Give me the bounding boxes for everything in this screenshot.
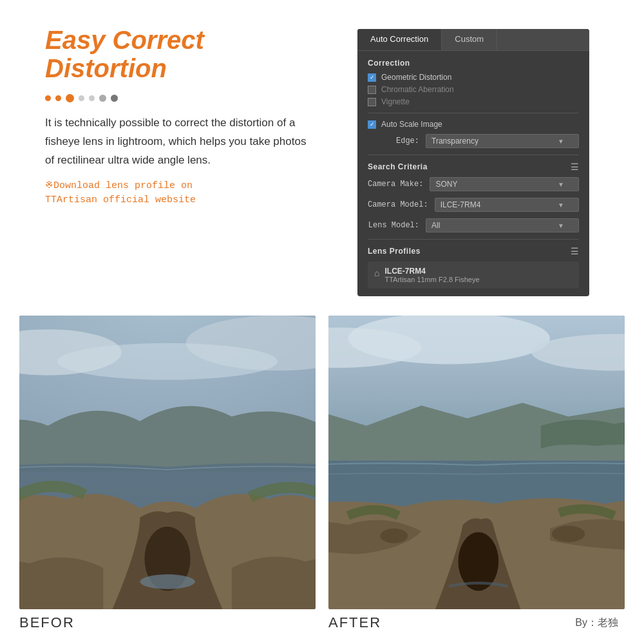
edge-arrow: ▼: [558, 138, 564, 145]
chromatic-checkbox[interactable]: [368, 86, 376, 94]
correction-section-title: Correction: [368, 59, 579, 68]
camera-model-row: Camera Model: ILCE-7RM4 ▼: [368, 198, 579, 212]
lens-model-value: All: [431, 221, 440, 230]
right-panel: Auto Correction Custom Correction Geomet…: [335, 26, 612, 296]
left-panel: Easy Correct Distortion It is technicall…: [45, 26, 316, 296]
camera-make-label: Camera Make:: [368, 180, 423, 189]
lens-profiles-panel: ⌂ ILCE-7RM4 TTArtisan 11mm F2.8 Fisheye: [368, 261, 579, 289]
before-landscape-svg: [19, 316, 316, 609]
auto-scale-row: Auto Scale Image: [368, 120, 579, 129]
lr-tabs: Auto Correction Custom: [357, 29, 589, 51]
before-photo: [19, 316, 316, 609]
auto-scale-label: Auto Scale Image: [381, 120, 442, 129]
after-photo-container: AFTER By：老独: [328, 316, 625, 631]
vignette-row: Vignette: [368, 97, 579, 106]
page-title: Easy Correct Distortion: [45, 26, 316, 82]
lens-profiles-title: Lens Profiles: [368, 247, 421, 256]
geometric-row: Geometric Distortion: [368, 73, 579, 82]
tab-custom[interactable]: Custom: [442, 29, 497, 50]
before-label-row: BEFOR: [19, 614, 316, 631]
top-section: Easy Correct Distortion It is technicall…: [0, 0, 644, 309]
svg-point-3: [57, 343, 278, 380]
dot-4: [79, 95, 84, 101]
after-label: AFTER: [328, 614, 381, 631]
auto-scale-checkbox[interactable]: [368, 120, 376, 129]
geometric-checkbox[interactable]: [368, 73, 376, 82]
photo-credit: By：老独: [575, 616, 618, 630]
divider-3: [368, 239, 579, 240]
search-menu-icon: ☰: [571, 162, 579, 172]
edge-label: Edge:: [368, 137, 419, 146]
lightroom-panel: Auto Correction Custom Correction Geomet…: [357, 29, 589, 296]
lens-profiles-header: Lens Profiles ☰: [368, 246, 579, 256]
svg-point-12: [380, 529, 408, 544]
dots-decoration: [45, 94, 316, 102]
geometric-label: Geometric Distortion: [381, 73, 451, 82]
dot-1: [45, 95, 51, 101]
divider-2: [368, 155, 579, 155]
body-text: It is technically possible to correct th…: [45, 114, 316, 170]
camera-make-arrow: ▼: [558, 181, 564, 188]
lens-model-arrow: ▼: [558, 222, 564, 229]
after-label-row: AFTER By：老独: [328, 614, 625, 631]
after-landscape-svg: [328, 316, 625, 609]
photos-row: BEFOR: [19, 316, 625, 631]
svg-point-5: [140, 574, 195, 589]
lens-name: ILCE-7RM4: [384, 267, 479, 276]
main-container: Easy Correct Distortion It is technicall…: [0, 0, 644, 644]
dot-6: [99, 95, 106, 102]
vignette-label: Vignette: [381, 97, 410, 106]
camera-model-value: ILCE-7RM4: [440, 200, 481, 209]
lens-sub: TTArtisan 11mm F2.8 Fisheye: [384, 276, 479, 283]
edge-value: Transparency: [431, 137, 478, 146]
camera-model-arrow: ▼: [558, 202, 564, 209]
dot-7: [111, 95, 118, 102]
before-photo-container: BEFOR: [19, 316, 316, 631]
home-icon: ⌂: [374, 268, 379, 278]
search-criteria-header: Search Criteria ☰: [368, 162, 579, 172]
lr-body: Correction Geometric Distortion Chromati…: [357, 51, 589, 296]
lens-model-row: Lens Model: All ▼: [368, 218, 579, 232]
camera-model-label: Camera Model:: [368, 200, 428, 209]
vignette-checkbox[interactable]: [368, 98, 376, 106]
divider-1: [368, 113, 579, 113]
svg-point-13: [552, 526, 585, 542]
before-label: BEFOR: [19, 614, 75, 631]
chromatic-row: Chromatic Aberration: [368, 85, 579, 94]
bottom-section: BEFOR: [0, 309, 644, 644]
lens-model-select[interactable]: All ▼: [426, 218, 579, 232]
camera-model-select[interactable]: ILCE-7RM4 ▼: [435, 198, 579, 212]
dot-2: [55, 95, 61, 101]
lens-model-label: Lens Model:: [368, 221, 419, 230]
chromatic-label: Chromatic Aberration: [381, 85, 454, 94]
lens-item: ⌂ ILCE-7RM4 TTArtisan 11mm F2.8 Fisheye: [374, 267, 573, 283]
lens-text: ILCE-7RM4 TTArtisan 11mm F2.8 Fisheye: [384, 267, 479, 283]
camera-make-select[interactable]: SONY ▼: [430, 177, 579, 191]
camera-make-row: Camera Make: SONY ▼: [368, 177, 579, 191]
download-link[interactable]: ※Download lens profile on TTArtisan offi…: [45, 179, 316, 208]
tab-auto-correction[interactable]: Auto Correction: [357, 29, 442, 50]
lens-menu-icon: ☰: [571, 246, 579, 256]
edge-row: Edge: Transparency ▼: [368, 134, 579, 148]
search-criteria-title: Search Criteria: [368, 162, 428, 171]
dot-5: [89, 95, 95, 101]
dot-3: [66, 94, 74, 102]
after-photo: [328, 316, 625, 609]
camera-make-value: SONY: [435, 180, 457, 189]
edge-select[interactable]: Transparency ▼: [426, 134, 579, 148]
